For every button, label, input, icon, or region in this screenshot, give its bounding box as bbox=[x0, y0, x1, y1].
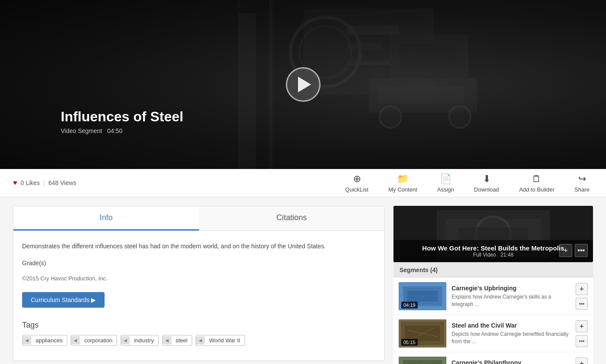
curriculum-standards-button[interactable]: Curriculum Standards ▶ bbox=[22, 292, 105, 308]
quicklist-label: QuickList bbox=[345, 186, 368, 193]
segment-add-button-2[interactable]: + bbox=[576, 320, 588, 332]
svg-rect-1 bbox=[239, 13, 256, 169]
curriculum-label: Curriculum Standards ▶ bbox=[31, 296, 96, 303]
segments-header: Segments (4) bbox=[393, 262, 593, 278]
addtobuilder-icon: 🗒 bbox=[532, 173, 541, 185]
grade-label: Grade(s) bbox=[22, 260, 376, 266]
mycontent-button[interactable]: 📁 My Content bbox=[385, 172, 420, 195]
mycontent-icon: 📁 bbox=[397, 173, 409, 185]
tags-section: Tags ◀ appliances ◀ corporation ◀ indust… bbox=[22, 321, 376, 346]
segment-info-2: Steel and the Civil War Depicts how Andr… bbox=[452, 322, 570, 345]
copyright: ©2015 Cry Havoc Production, Inc. bbox=[22, 275, 376, 282]
svg-rect-8 bbox=[347, 43, 382, 50]
svg-point-16 bbox=[449, 106, 471, 128]
addtobuilder-label: Add to Builder bbox=[519, 186, 555, 193]
video-player: Influences of Steel Video Segment 04:50 bbox=[0, 0, 606, 169]
download-label: Download bbox=[474, 186, 499, 193]
tags-list: ◀ appliances ◀ corporation ◀ industry ◀ … bbox=[22, 335, 376, 346]
download-icon: ⬇ bbox=[483, 173, 491, 185]
tag-steel[interactable]: ◀ steel bbox=[162, 335, 192, 346]
svg-rect-7 bbox=[347, 26, 399, 35]
video-title: Influences of Steel bbox=[61, 109, 183, 125]
tag-text: World War II bbox=[205, 335, 245, 345]
segment-desc-2: Depicts how Andrew Carnegie benefited fi… bbox=[452, 331, 570, 345]
assign-label: Assign bbox=[437, 186, 454, 193]
video-duration: 04:50 bbox=[107, 127, 122, 134]
segment-actions-3: + ••• bbox=[576, 358, 588, 364]
segment-thumbnail-1[interactable]: 04:19 bbox=[399, 282, 446, 310]
tag-appliances[interactable]: ◀ appliances bbox=[22, 335, 67, 346]
share-icon: ↪ bbox=[578, 173, 586, 185]
likes-views: ♥ 0 Likes | 648 Views bbox=[13, 179, 342, 187]
featured-more-button[interactable]: ••• bbox=[575, 244, 588, 257]
segment-duration-1: 04:19 bbox=[401, 302, 418, 309]
segment-list: 04:19 Carnegie's Upbringing Explains how… bbox=[393, 278, 593, 364]
tag-arrow-icon: ◀ bbox=[23, 336, 31, 344]
addtobuilder-button[interactable]: 🗒 Add to Builder bbox=[516, 172, 558, 195]
tags-label: Tags bbox=[22, 321, 376, 330]
assign-icon: 📄 bbox=[440, 173, 452, 185]
segment-add-button-1[interactable]: + bbox=[576, 283, 588, 295]
video-info: Influences of Steel Video Segment 04:50 bbox=[61, 109, 183, 134]
list-item: 05:15 Steel and the Civil War Depicts ho… bbox=[393, 315, 593, 352]
tag-text: corporation bbox=[80, 335, 117, 345]
left-panel: Info Citations Demonstrates the differen… bbox=[13, 206, 385, 364]
svg-point-15 bbox=[380, 106, 401, 128]
share-button[interactable]: ↪ Share bbox=[571, 172, 593, 195]
featured-add-button[interactable]: + bbox=[559, 244, 572, 257]
tag-text: appliances bbox=[31, 335, 67, 345]
tag-arrow-icon: ◀ bbox=[196, 336, 205, 344]
svg-rect-17 bbox=[377, 87, 464, 104]
tag-worldwarii[interactable]: ◀ World War II bbox=[196, 335, 245, 346]
quicklist-button[interactable]: ⊕ QuickList bbox=[342, 172, 372, 195]
segment-title-3: Carnegie's Philanthropy bbox=[452, 359, 570, 364]
mycontent-label: My Content bbox=[388, 186, 417, 193]
segment-thumbnail-3[interactable]: 05:54 bbox=[399, 357, 446, 364]
segment-info-1: Carnegie's Upbringing Explains how Andre… bbox=[452, 285, 570, 308]
segment-thumbnail-2[interactable]: 05:15 bbox=[399, 319, 446, 348]
action-buttons: ⊕ QuickList 📁 My Content 📄 Assign ⬇ Down… bbox=[342, 172, 593, 195]
svg-rect-9 bbox=[347, 61, 390, 65]
tab-info[interactable]: Info bbox=[13, 206, 199, 231]
description: Demonstrates the different influences st… bbox=[22, 241, 376, 251]
svg-rect-34 bbox=[403, 360, 442, 364]
tag-arrow-icon: ◀ bbox=[121, 336, 130, 344]
segment-info-3: Carnegie's Philanthropy Illustrates how … bbox=[452, 359, 570, 364]
right-panel: How We Got Here: Steel Builds the Metrop… bbox=[393, 206, 593, 364]
heart-icon: ♥ bbox=[13, 179, 17, 187]
tabs: Info Citations bbox=[13, 206, 385, 231]
featured-duration: 21:48 bbox=[501, 252, 514, 258]
tag-text: industry bbox=[130, 335, 158, 345]
tab-citations[interactable]: Citations bbox=[199, 206, 385, 231]
assign-button[interactable]: 📄 Assign bbox=[434, 172, 458, 195]
tag-arrow-icon: ◀ bbox=[163, 336, 171, 344]
main-content: Info Citations Demonstrates the differen… bbox=[0, 197, 606, 364]
segment-more-button-1[interactable]: ••• bbox=[576, 298, 588, 310]
play-button[interactable] bbox=[286, 67, 321, 102]
likes-count: 0 Likes bbox=[21, 179, 40, 186]
download-button[interactable]: ⬇ Download bbox=[471, 172, 503, 195]
quicklist-icon: ⊕ bbox=[353, 173, 361, 185]
tab-content: Demonstrates the different influences st… bbox=[13, 231, 385, 361]
featured-video[interactable]: How We Got Here: Steel Builds the Metrop… bbox=[393, 206, 593, 262]
tag-arrow-icon: ◀ bbox=[71, 336, 80, 344]
featured-type: Full Video bbox=[473, 252, 496, 258]
tag-text: steel bbox=[171, 335, 192, 345]
segment-title-1: Carnegie's Upbringing bbox=[452, 285, 570, 292]
featured-video-actions: + ••• bbox=[559, 244, 588, 257]
share-label: Share bbox=[574, 186, 590, 193]
segment-title-2: Steel and the Civil War bbox=[452, 322, 570, 329]
video-type: Video Segment bbox=[61, 127, 102, 134]
segment-actions-1: + ••• bbox=[576, 283, 588, 310]
separator: | bbox=[43, 179, 45, 186]
play-icon bbox=[298, 77, 311, 92]
featured-video-thumbnail: How We Got Here: Steel Builds the Metrop… bbox=[393, 206, 593, 262]
segment-add-button-3[interactable]: + bbox=[576, 358, 588, 364]
views-count: 648 Views bbox=[49, 179, 76, 186]
segment-actions-2: + ••• bbox=[576, 320, 588, 347]
segment-more-button-2[interactable]: ••• bbox=[576, 335, 588, 347]
tag-corporation[interactable]: ◀ corporation bbox=[71, 335, 117, 346]
list-item: 04:19 Carnegie's Upbringing Explains how… bbox=[393, 278, 593, 315]
tag-industry[interactable]: ◀ industry bbox=[121, 335, 159, 346]
segment-duration-2: 05:15 bbox=[401, 339, 418, 346]
